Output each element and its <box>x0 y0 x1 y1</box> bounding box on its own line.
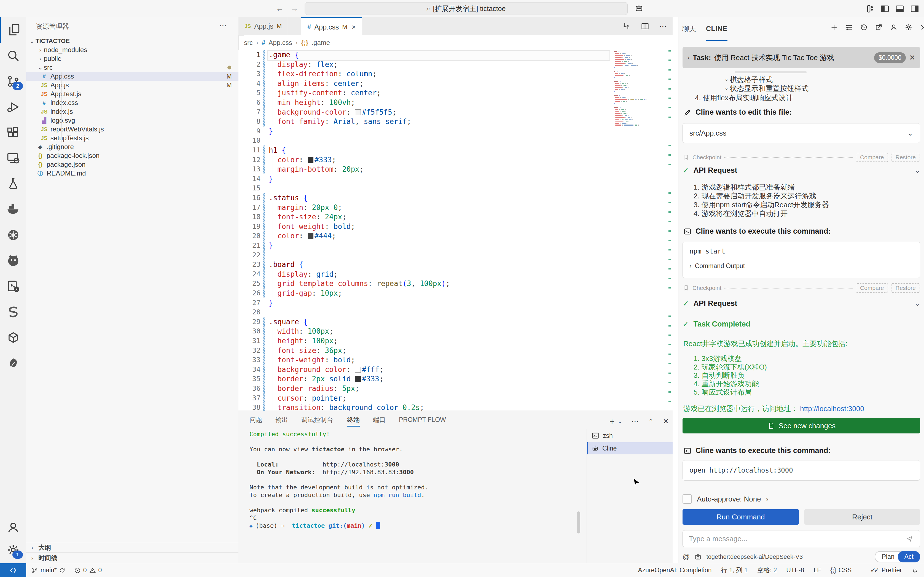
tab-chat[interactable]: 聊天 <box>682 17 696 40</box>
file-.gitignore[interactable]: ◆.gitignore <box>26 142 239 151</box>
file-App.css[interactable]: #App.cssM <box>26 72 239 81</box>
command-center-search[interactable]: ⌕ [扩展开发宿主] tictactoe <box>305 2 628 15</box>
file-public[interactable]: ›public <box>26 54 239 63</box>
prettier-status[interactable]: ✓✓Prettier <box>870 567 902 574</box>
terminal-output[interactable]: Compiled successfully!You can now view t… <box>250 431 577 530</box>
language-mode[interactable]: {;}CSS <box>830 567 851 574</box>
see-new-changes-button[interactable]: See new changes <box>682 418 920 434</box>
activity-source-control-icon[interactable]: 2 <box>0 68 26 94</box>
activity-run-debug-icon[interactable] <box>0 94 26 119</box>
editor-tab-App.css[interactable]: #App.cssM× <box>301 17 362 36</box>
screenshot-icon[interactable] <box>694 553 702 561</box>
panel-tab-端口[interactable]: 端口 <box>373 414 385 426</box>
send-icon[interactable] <box>906 535 914 543</box>
activity-code-runner-icon[interactable] <box>0 273 26 299</box>
activity-remote-explorer-icon[interactable] <box>0 145 26 171</box>
activity-package-icon[interactable] <box>0 325 26 350</box>
settings-icon[interactable] <box>905 23 913 31</box>
new-task-icon[interactable] <box>830 23 838 31</box>
open-changes-icon[interactable] <box>622 21 631 31</box>
activity-testing-icon[interactable] <box>0 171 26 197</box>
new-terminal-icon[interactable]: ＋⌄ <box>608 416 622 427</box>
assistant-icon[interactable] <box>634 3 644 13</box>
panel-close-icon[interactable]: ✕ <box>663 417 669 426</box>
mention-icon[interactable]: @ <box>682 553 690 561</box>
code-editor[interactable]: 1.game {2 display: flex;3 flex-direction… <box>239 50 613 411</box>
editor-tab-App.js[interactable]: JSApp.jsM <box>239 17 288 35</box>
activity-account-icon[interactable] <box>0 514 26 540</box>
file-setupTests.js[interactable]: JSsetupTests.js <box>26 134 239 142</box>
localhost-link[interactable]: http://localhost:3000 <box>800 405 864 413</box>
editor-more-icon[interactable]: ⋯ <box>659 21 667 31</box>
reject-button[interactable]: Reject <box>805 509 920 525</box>
act-segment[interactable]: Act <box>898 551 920 562</box>
session-Cline[interactable]: Cline <box>587 442 672 455</box>
file-logo.svg[interactable]: ▟logo.svg <box>26 116 239 125</box>
sync-icon[interactable] <box>59 567 66 574</box>
message-input[interactable]: Type a message... <box>682 530 920 547</box>
notifications-bell-icon[interactable] <box>911 567 919 574</box>
branch-status[interactable]: main* <box>31 567 66 574</box>
account-icon[interactable] <box>890 23 898 31</box>
problems-status[interactable]: 0 0 <box>74 567 102 574</box>
compare-button[interactable]: Compare <box>856 283 888 293</box>
ai-completion-status[interactable]: AzureOpenAI: Completion <box>638 567 711 574</box>
minimap[interactable] <box>614 51 639 134</box>
task-close-icon[interactable]: ✕ <box>909 53 915 62</box>
task-header[interactable]: › Task: 使用 React 技术实现 Tic Tac Toe 游戏 $0.… <box>682 47 920 68</box>
panel-tab-终端[interactable]: 终端 <box>347 414 360 427</box>
eol[interactable]: LF <box>813 567 821 574</box>
tree-root-tictactoe[interactable]: ⌄TICTACTOE <box>26 37 239 45</box>
auto-approve-row[interactable]: Auto-approve: None › <box>682 494 768 504</box>
remote-indicator[interactable] <box>0 563 26 577</box>
panel-more-icon[interactable]: ⋯ <box>631 417 639 426</box>
activity-kubernetes-icon[interactable] <box>0 222 26 248</box>
file-index.css[interactable]: #index.css <box>26 98 239 107</box>
edit-file-dropdown[interactable]: src/App.css⌄ <box>682 123 920 143</box>
breadcrumb[interactable]: src › # App.css › {;} .game <box>244 35 672 50</box>
panel-tab-PROMPT FLOW[interactable]: PROMPT FLOW <box>399 414 446 426</box>
panel-tab-调试控制台[interactable]: 调试控制台 <box>301 414 333 426</box>
activity-settings-icon[interactable]: 1 <box>0 537 26 562</box>
activity-github-icon[interactable] <box>0 248 26 273</box>
restore-button[interactable]: Restore <box>891 283 920 293</box>
file-package-lock.json[interactable]: {}package-lock.json <box>26 151 239 160</box>
explorer-more-icon[interactable]: ⋯ <box>219 21 227 30</box>
file-App.test.js[interactable]: JSApp.test.js <box>26 90 239 98</box>
panel-maximize-icon[interactable]: ⌃ <box>648 418 653 425</box>
session-zsh[interactable]: zsh <box>587 430 672 442</box>
forward-arrow-icon[interactable]: → <box>289 3 300 14</box>
breadcrumb-src[interactable]: src <box>244 39 253 47</box>
file-reportWebVitals.js[interactable]: JSreportWebVitals.js <box>26 125 239 134</box>
back-arrow-icon[interactable]: ← <box>274 3 285 14</box>
breadcrumb-symbol[interactable]: .game <box>311 39 330 47</box>
mcp-servers-icon[interactable] <box>845 23 853 31</box>
command-output-toggle[interactable]: ›Command Output <box>689 262 913 270</box>
encoding[interactable]: UTF-8 <box>786 567 804 574</box>
file-src[interactable]: ⌄src <box>26 63 239 72</box>
file-README.md[interactable]: ⓘREADME.md <box>26 169 239 178</box>
run-command-button[interactable]: Run Command <box>682 509 799 525</box>
plan-act-toggle[interactable]: Plan Act <box>875 551 920 562</box>
layout-secondary-icon[interactable] <box>909 4 919 14</box>
auto-approve-checkbox[interactable] <box>682 494 692 504</box>
breadcrumb-file[interactable]: App.css <box>268 39 292 47</box>
activity-explorer-icon[interactable] <box>0 17 27 43</box>
panel-tab-问题[interactable]: 问题 <box>250 414 262 426</box>
terminal-scrollbar[interactable] <box>577 511 580 533</box>
tab-cline[interactable]: CLINE <box>706 17 727 41</box>
layout-panel-icon[interactable] <box>895 4 905 14</box>
indentation[interactable]: 空格: 2 <box>757 566 777 575</box>
open-in-editor-icon[interactable] <box>875 23 883 31</box>
activity-docker-icon[interactable] <box>0 197 26 222</box>
history-icon[interactable] <box>860 23 868 31</box>
activity-swirl-icon[interactable] <box>0 299 26 325</box>
activity-extensions-icon[interactable] <box>0 119 26 145</box>
outline-section[interactable]: ›大纲 <box>26 542 239 553</box>
file-index.js[interactable]: JSindex.js <box>26 107 239 116</box>
file-node_modules[interactable]: ›node_modules <box>26 45 239 54</box>
timeline-section[interactable]: ›时间线 <box>26 553 239 563</box>
split-editor-icon[interactable] <box>640 21 650 31</box>
close-icon[interactable] <box>919 23 924 31</box>
tab-close-icon[interactable]: × <box>352 23 356 31</box>
